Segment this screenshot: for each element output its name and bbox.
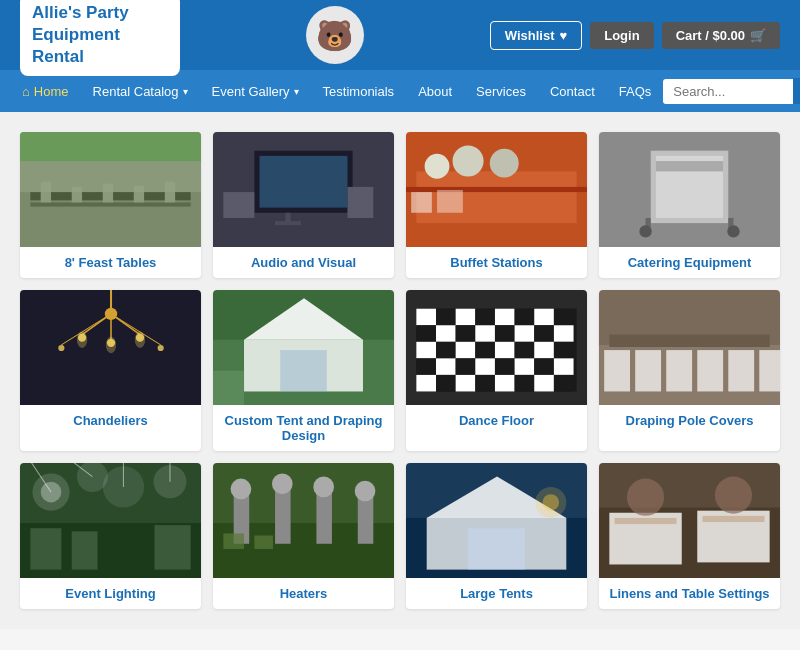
svg-rect-103 xyxy=(697,350,723,391)
svg-rect-60 xyxy=(475,309,495,326)
catalog-card[interactable]: Custom Tent and Draping Design xyxy=(213,290,394,451)
svg-point-125 xyxy=(272,473,293,494)
card-image xyxy=(599,132,780,247)
catalog-card[interactable]: Catering Equipment xyxy=(599,132,780,278)
svg-rect-76 xyxy=(475,342,495,359)
card-image xyxy=(20,290,201,405)
cart-icon: 🛒 xyxy=(750,28,766,43)
card-label: Custom Tent and Draping Design xyxy=(213,405,394,451)
svg-point-48 xyxy=(135,331,145,348)
catalog-card[interactable]: Linens and Table Settings xyxy=(599,463,780,609)
search-button[interactable]: 🔍 xyxy=(793,78,800,104)
svg-point-123 xyxy=(231,479,252,500)
catalog-card[interactable]: Audio and Visual xyxy=(213,132,394,278)
svg-point-45 xyxy=(158,345,164,351)
nav-services[interactable]: Services xyxy=(464,70,538,112)
catalog-card[interactable]: Draping Pole Covers xyxy=(599,290,780,451)
svg-rect-2 xyxy=(30,202,190,206)
svg-point-127 xyxy=(313,477,334,498)
catalog-card[interactable]: 8' Feast Tables xyxy=(20,132,201,278)
site-logo[interactable]: Allie's Party Equipment Rental xyxy=(20,0,180,76)
card-label: Dance Floor xyxy=(406,405,587,436)
svg-rect-91 xyxy=(456,375,476,392)
heart-icon: ♥ xyxy=(560,28,568,43)
logo-line1: Allie's Party xyxy=(32,3,129,22)
svg-rect-23 xyxy=(411,192,432,213)
svg-rect-79 xyxy=(534,342,554,359)
svg-rect-105 xyxy=(759,350,780,391)
nav-faqs[interactable]: FAQs xyxy=(607,70,664,112)
svg-rect-75 xyxy=(456,342,476,359)
chevron-down-icon: ▾ xyxy=(294,86,299,97)
svg-rect-64 xyxy=(554,309,574,326)
svg-rect-136 xyxy=(468,528,525,569)
svg-rect-102 xyxy=(666,350,692,391)
svg-rect-99 xyxy=(609,335,769,347)
svg-rect-54 xyxy=(213,371,244,405)
catalog-card[interactable]: Heaters xyxy=(213,463,394,609)
nav-home[interactable]: ⌂ Home xyxy=(10,70,81,112)
catalog-card[interactable]: Dance Floor xyxy=(406,290,587,451)
svg-rect-87 xyxy=(534,358,554,375)
svg-rect-71 xyxy=(534,325,554,342)
svg-rect-124 xyxy=(275,487,291,544)
svg-rect-83 xyxy=(456,358,476,375)
svg-rect-72 xyxy=(554,325,574,342)
login-button[interactable]: Login xyxy=(590,22,653,49)
logo-line2: Equipment Rental xyxy=(32,25,120,66)
svg-rect-63 xyxy=(534,309,554,326)
nav-faqs-label: FAQs xyxy=(619,84,652,99)
svg-rect-118 xyxy=(72,531,98,569)
svg-rect-68 xyxy=(475,325,495,342)
card-label: Catering Equipment xyxy=(599,247,780,278)
catalog-card[interactable]: Event Lighting xyxy=(20,463,201,609)
nav-about[interactable]: About xyxy=(406,70,464,112)
catalog-card[interactable]: Chandeliers xyxy=(20,290,201,451)
home-icon: ⌂ xyxy=(22,84,30,99)
svg-rect-146 xyxy=(702,516,764,522)
nav-services-label: Services xyxy=(476,84,526,99)
svg-point-144 xyxy=(715,477,752,514)
svg-rect-16 xyxy=(347,187,373,218)
svg-rect-145 xyxy=(615,518,677,524)
nav-testimonials[interactable]: Testimonials xyxy=(311,70,407,112)
catalog-card[interactable]: Buffet Stations xyxy=(406,132,587,278)
svg-point-47 xyxy=(106,337,116,354)
svg-rect-70 xyxy=(515,325,535,342)
nav-contact[interactable]: Contact xyxy=(538,70,607,112)
svg-rect-95 xyxy=(534,375,554,392)
card-image xyxy=(599,290,780,405)
svg-rect-57 xyxy=(416,309,436,326)
wishlist-button[interactable]: Wishlist ♥ xyxy=(490,21,582,50)
svg-rect-69 xyxy=(495,325,515,342)
nav-rental-label: Rental Catalog xyxy=(93,84,179,99)
svg-point-143 xyxy=(627,479,664,516)
svg-rect-15 xyxy=(223,192,254,218)
svg-point-31 xyxy=(727,225,739,237)
svg-rect-53 xyxy=(280,350,327,391)
search-input[interactable] xyxy=(663,79,793,104)
card-label: Event Lighting xyxy=(20,578,201,609)
svg-point-21 xyxy=(490,149,519,178)
svg-rect-73 xyxy=(416,342,436,359)
svg-rect-84 xyxy=(475,358,495,375)
svg-rect-100 xyxy=(604,350,630,391)
svg-rect-8 xyxy=(20,161,201,192)
cart-button[interactable]: Cart / $0.00 🛒 xyxy=(662,22,780,49)
svg-point-46 xyxy=(77,331,87,348)
svg-rect-101 xyxy=(635,350,661,391)
main-content: 8' Feast Tables Audio and Visual Buffet … xyxy=(0,112,800,629)
card-label: Chandeliers xyxy=(20,405,201,436)
header-center: 🐻 xyxy=(180,6,490,64)
nav-gallery-label: Event Gallery xyxy=(212,84,290,99)
catalog-card[interactable]: Large Tents xyxy=(406,463,587,609)
svg-rect-78 xyxy=(515,342,535,359)
nav-rental-catalog[interactable]: Rental Catalog ▾ xyxy=(81,70,200,112)
card-image xyxy=(213,132,394,247)
nav-event-gallery[interactable]: Event Gallery ▾ xyxy=(200,70,311,112)
svg-rect-92 xyxy=(475,375,495,392)
svg-rect-22 xyxy=(406,187,587,192)
svg-point-30 xyxy=(639,225,651,237)
svg-rect-24 xyxy=(437,190,463,213)
svg-point-129 xyxy=(355,481,376,502)
